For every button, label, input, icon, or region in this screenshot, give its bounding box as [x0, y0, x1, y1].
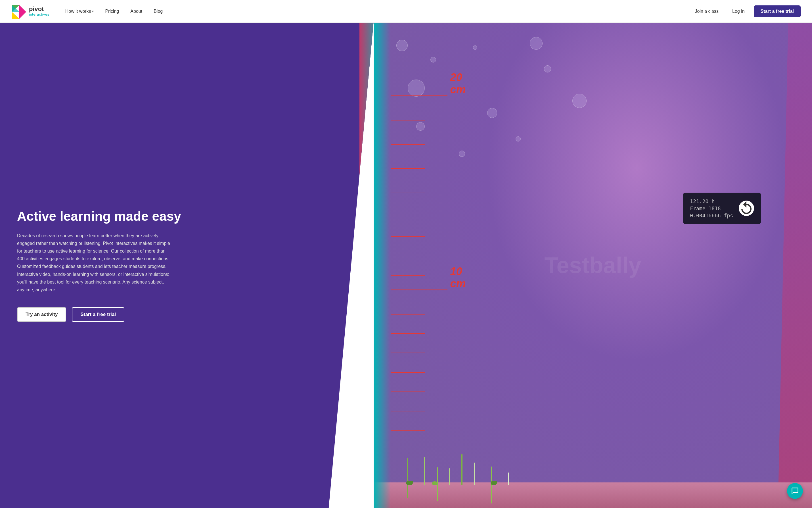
hero-section: Active learning made easy Decades of res…	[0, 23, 812, 508]
ruler-line-10	[391, 290, 447, 290]
ground	[374, 482, 812, 508]
nav-right: Join a class Log in Start a free trial	[690, 5, 801, 17]
hero-buttons: Try an activity Start a free trial	[17, 307, 356, 322]
svg-marker-1	[12, 12, 19, 19]
ruler-tick	[391, 217, 425, 217]
replay-icon	[739, 201, 754, 216]
ruler-tick	[391, 275, 425, 276]
ruler-tick	[391, 168, 425, 169]
chat-button[interactable]	[787, 483, 803, 499]
video-frame: Frame 1818	[690, 205, 733, 211]
sprout-3	[437, 467, 438, 485]
ruler-tick	[391, 120, 425, 121]
nav-blog[interactable]: Blog	[149, 6, 167, 16]
join-class-link[interactable]: Join a class	[690, 6, 723, 16]
ruler-label-20: 20 cm	[450, 71, 476, 96]
logo-link[interactable]: pivot interactives	[11, 4, 49, 19]
ruler-tick	[391, 193, 425, 193]
video-overlay-box: 121.20 h Frame 1818 0.00416666 fps	[683, 193, 761, 224]
ruler-tick	[391, 352, 425, 353]
logo-pivot: pivot	[29, 6, 49, 12]
navbar: pivot interactives How it works ▾ Pricin…	[0, 0, 812, 23]
ruler-tick	[391, 144, 425, 144]
nav-how-it-works[interactable]: How it works ▾	[61, 6, 98, 16]
nav-pricing[interactable]: Pricing	[100, 6, 124, 16]
ruler-tick	[391, 430, 425, 431]
sprout-5	[461, 454, 463, 485]
video-fps: 0.00416666 fps	[690, 213, 733, 218]
start-trial-button[interactable]: Start a free trial	[754, 5, 801, 17]
ruler-tick	[391, 411, 425, 411]
chevron-down-icon: ▾	[92, 9, 94, 13]
sprout-7	[486, 467, 497, 485]
video-info: 121.20 h Frame 1818 0.00416666 fps	[690, 198, 733, 218]
ruler-tick	[391, 372, 425, 373]
sprout-4	[449, 468, 450, 485]
sprouts-area	[402, 454, 812, 485]
chat-icon	[791, 487, 799, 495]
ruler-tick	[391, 333, 425, 334]
ruler-tick	[391, 256, 425, 256]
svg-marker-2	[19, 5, 26, 19]
replay-button[interactable]	[739, 201, 754, 216]
logo-icon	[11, 4, 26, 19]
hero-title: Active learning made easy	[17, 209, 356, 224]
ruler-tick	[391, 391, 425, 392]
sprout-6	[474, 463, 475, 485]
logo-text: pivot interactives	[29, 6, 49, 16]
nav-about[interactable]: About	[126, 6, 147, 16]
video-time: 121.20 h	[690, 198, 733, 204]
try-activity-button[interactable]: Try an activity	[17, 307, 66, 322]
sprout-2	[424, 457, 425, 485]
sprout-8	[508, 472, 509, 485]
logo-interactives: interactives	[29, 12, 49, 16]
hero-description: Decades of research shows people learn b…	[17, 232, 170, 294]
log-in-link[interactable]: Log in	[728, 6, 749, 16]
nav-links: How it works ▾ Pricing About Blog	[61, 6, 690, 16]
hero-left-panel: Active learning made easy Decades of res…	[0, 23, 374, 508]
hero-right-panel: 20 cm 10 cm 121.20 h	[374, 23, 812, 508]
ruler-scale: 20 cm 10 cm	[391, 23, 476, 508]
hero-start-trial-button[interactable]: Start a free trial	[72, 307, 124, 322]
ruler-tick	[391, 237, 425, 237]
ruler-label-10: 10 cm	[450, 265, 476, 290]
ruler-tick	[391, 314, 425, 314]
sprout-1	[402, 458, 413, 485]
video-overlay-inner: 121.20 h Frame 1818 0.00416666 fps	[690, 198, 754, 218]
ruler-line-20	[391, 95, 447, 96]
